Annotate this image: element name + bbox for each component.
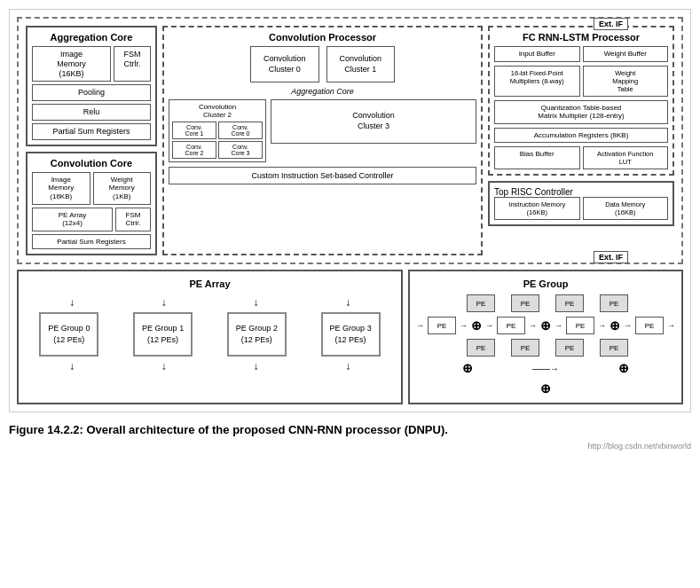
conv-cluster-3: Convolution Cluster 3 [271, 99, 476, 143]
plus-b1: ⊕ [462, 361, 473, 375]
conv-core-image-memory: Image Memory (16KB) [32, 172, 90, 205]
conv-core-fsm-ctrlr: FSM Ctrlr. [115, 208, 151, 231]
aggregation-core-box: Aggregation Core Image Memory (16KB) FSM… [26, 26, 157, 146]
agg-core-inner: Image Memory (16KB) FSM Ctrlr. Pooling R… [32, 46, 151, 140]
left-col: Aggregation Core Image Memory (16KB) FSM… [26, 26, 157, 255]
pe-b2: PE [511, 339, 539, 357]
conv-core-weight-memory: Weight Memory (1KB) [93, 172, 152, 205]
accum-regs-block: Accumulation Registers (8KB) [494, 128, 668, 144]
pe-groups-row: PE Group 0 (12 PEs) PE Group 1 (12 PEs) … [26, 312, 394, 356]
upper-diagram-inner: Aggregation Core Image Memory (16KB) FSM… [26, 26, 674, 255]
conv-proc-title: Convolution Processor [169, 32, 476, 43]
arrow-down-5: ↓ [69, 360, 75, 372]
plus-2: ⊕ [540, 318, 551, 333]
arrow-right-r2-0: → [416, 321, 424, 330]
arrow-right-r2-3: → [529, 321, 537, 330]
bias-buffer-block: Bias Buffer [494, 146, 580, 169]
arrow-right-r2-1: → [460, 321, 468, 330]
pe-group-2: PE Group 2 (12 PEs) [227, 312, 287, 356]
plus-3: ⊕ [610, 318, 620, 333]
conv-cluster-2-box: Convolution Cluster 2 Conv. Core 1 Conv.… [169, 99, 266, 162]
fsm-ctrlr-block: FSM Ctrlr. [114, 46, 151, 82]
pe-array-block: PE Array (12x4) [32, 208, 113, 231]
plus-1: ⊕ [471, 318, 482, 333]
pe-m2: PE [497, 317, 525, 334]
conv-core-inner: Image Memory (16KB) Weight Memory (1KB) … [32, 172, 151, 250]
fc-row-1: Input Buffer Weight Buffer [494, 46, 668, 62]
arrow-right-r2-4: → [554, 321, 562, 330]
pe-group-1: PE Group 1 (12 PEs) [133, 312, 193, 356]
agg-core-title: Aggregation Core [32, 32, 151, 43]
conv-core-title: Convolution Core [32, 158, 151, 169]
weight-buffer-block: Weight Buffer [583, 46, 669, 62]
conv-core-row-2: PE Array (12x4) FSM Ctrlr. [32, 208, 151, 231]
conv-mini-grid: Conv. Core 1 Conv. Core 0 Conv. Core 2 C… [172, 122, 263, 159]
pe-b1: PE [467, 339, 495, 357]
convolution-core-box: Convolution Core Image Memory (16KB) Wei… [26, 152, 157, 256]
fc-row-3: Bias Buffer Activation Function LUT [494, 146, 668, 169]
arrow-right-r2-7: → [667, 321, 675, 330]
ext-if-bottom: Ext. IF [594, 251, 628, 263]
pe-b4: PE [600, 339, 628, 357]
pe-grid-container: PE PE PE PE → PE → ⊕ [417, 294, 674, 396]
conv-core-0: Conv. Core 0 [218, 122, 263, 139]
input-buffer-block: Input Buffer [494, 46, 580, 62]
pe-t2: PE [511, 294, 539, 312]
pe-t3: PE [555, 294, 584, 312]
pe-plus-row: ⊕ ——→ ⊕ [417, 361, 674, 375]
pe-b3: PE [555, 339, 584, 357]
pe-bottom-plus: ⊕ [540, 381, 551, 396]
main-container: Ext. IF Aggregation Core Image Memory (1… [9, 9, 691, 451]
arrow-right-b1: ——→ [532, 364, 559, 373]
fc-rnn-inner: Input Buffer Weight Buffer 16-bit Fixed-… [494, 46, 668, 169]
bottom-section: PE Array ↓ ↓ ↓ ↓ PE Group 0 (12 PEs) PE … [17, 270, 683, 404]
pe-group-3: PE Group 3 (12 PEs) [321, 312, 381, 356]
fixed-point-block: 16-bit Fixed-Point Multipliers (8-way) [494, 66, 580, 97]
diagram-area: Ext. IF Aggregation Core Image Memory (1… [9, 9, 691, 412]
pe-m4: PE [635, 317, 664, 334]
arrow-down-8: ↓ [345, 360, 350, 372]
pe-group-0: PE Group 0 (12 PEs) [39, 312, 98, 356]
pe-group-diagram-box: PE Group PE PE PE PE [408, 270, 683, 404]
ext-if-top: Ext. IF [594, 18, 628, 30]
conv-bottom-area: Convolution Cluster 2 Conv. Core 1 Conv.… [169, 99, 476, 162]
weight-mapping-block: Weight Mapping Table [583, 66, 669, 97]
conv-core-row-1: Image Memory (16KB) Weight Memory (1KB) [32, 172, 151, 205]
arrow-right-r2-2: → [485, 321, 493, 330]
fc-rnn-box: FC RNN-LSTM Processor Input Buffer Weigh… [488, 26, 674, 176]
conv-core-2: Conv. Core 2 [172, 141, 216, 159]
conv-core-1: Conv. Core 1 [172, 122, 216, 139]
pe-array-title: PE Array [26, 278, 394, 289]
risc-controller-title: Top RISC Controller [494, 187, 668, 197]
conv-cluster-0: Convolution Cluster 0 [250, 46, 319, 82]
plus-b2: ⊕ [618, 361, 629, 375]
partial-sum-regs-block: Partial Sum Registers [32, 123, 151, 140]
conv-cluster-2-title: Convolution Cluster 2 [172, 103, 263, 119]
arrow-right-r2-6: → [624, 321, 632, 330]
risc-row: Instruction Memory (16KB) Data Memory (1… [494, 197, 668, 220]
pe-row-top: PE PE PE PE [454, 294, 637, 312]
center-col: Convolution Processor Convolution Cluste… [162, 26, 483, 255]
conv-core-3: Conv. Core 3 [218, 141, 263, 159]
conv-proc-box: Convolution Processor Convolution Cluste… [162, 26, 483, 255]
data-memory-block: Data Memory (16KB) [583, 197, 669, 220]
pe-row-mid: → PE → ⊕ → PE → ⊕ → PE → ⊕ → PE [416, 317, 675, 334]
right-fc-col: FC RNN-LSTM Processor Input Buffer Weigh… [488, 26, 674, 255]
arrow-down-2: ↓ [161, 296, 167, 309]
activation-func-block: Activation Function LUT [583, 146, 669, 169]
pe-m3: PE [566, 317, 594, 334]
arrow-down-4: ↓ [345, 296, 350, 309]
image-memory-block: Image Memory (16KB) [32, 46, 111, 82]
pe-arrows-top: ↓ ↓ ↓ ↓ [26, 296, 394, 309]
watermark: http://blog.csdn.net/xbinworld [9, 442, 691, 451]
risc-controller-box: Top RISC Controller Instruction Memory (… [488, 181, 674, 226]
figure-caption: Figure 14.2.2: Overall architecture of t… [9, 419, 691, 440]
pe-t4: PE [600, 294, 628, 312]
custom-instr-block: Custom Instruction Set-based Controller [169, 167, 476, 184]
conv-cluster-1: Convolution Cluster 1 [326, 46, 396, 82]
relu-block: Relu [32, 104, 151, 121]
pooling-block: Pooling [32, 84, 151, 101]
arrow-right-r2-5: → [598, 321, 606, 330]
arrow-down-1: ↓ [69, 296, 75, 309]
agg-row-1: Image Memory (16KB) FSM Ctrlr. [32, 46, 151, 82]
